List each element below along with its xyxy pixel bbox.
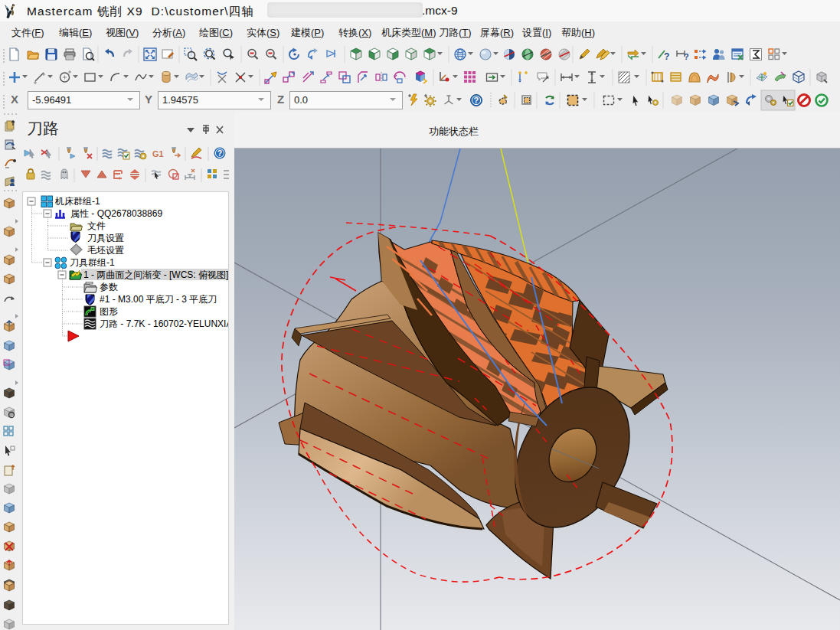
svg-text:1 - 两曲面之间渐变 - [WCS: 俯视图]: 1 - 两曲面之间渐变 - [WCS: 俯视图] (83, 269, 228, 280)
svg-text:G1: G1 (152, 149, 164, 158)
svg-text:?: ? (664, 51, 669, 62)
svg-text:?: ? (217, 149, 222, 158)
svg-text:机床群组-1: 机床群组-1 (54, 196, 100, 207)
svg-text:刀具设置: 刀具设置 (87, 233, 124, 243)
svg-text:参数: 参数 (100, 282, 118, 292)
svg-text:?: ? (474, 96, 479, 105)
svg-text:#1 - M3.00 平底刀 - 3 平底刀: #1 - M3.00 平底刀 - 3 平底刀 (100, 294, 217, 305)
svg-text:属性 - QQ2678038869: 属性 - QQ2678038869 (70, 208, 162, 219)
svg-text:文件: 文件 (87, 220, 106, 231)
svg-text:?: ? (684, 52, 689, 61)
svg-text:刀路 - 7.7K - 160702-YELUNXIAO.N: 刀路 - 7.7K - 160702-YELUNXIAO.N (100, 318, 228, 329)
svg-text:毛坯设置: 毛坯设置 (87, 245, 124, 256)
svg-text:刀具群组-1: 刀具群组-1 (70, 257, 115, 268)
svg-text:图形: 图形 (100, 306, 118, 317)
